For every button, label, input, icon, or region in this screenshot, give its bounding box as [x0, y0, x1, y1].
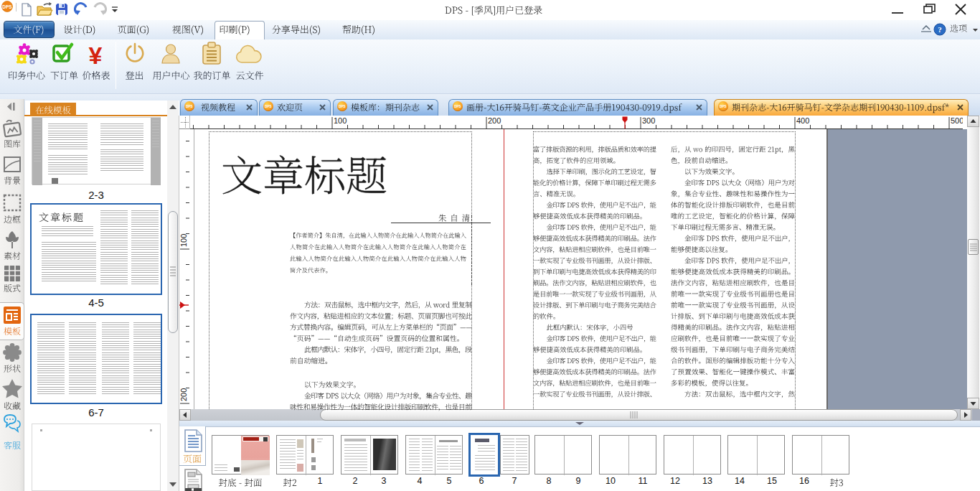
svg-text:100: 100 — [179, 234, 188, 247]
svg-text:400: 400 — [796, 116, 809, 125]
svg-text:500: 500 — [951, 116, 963, 125]
svg-text:200: 200 — [488, 116, 501, 125]
svg-text:200: 200 — [179, 388, 188, 401]
svg-text:100: 100 — [334, 116, 347, 125]
svg-text:¥: ¥ — [89, 42, 103, 69]
svg-text:300: 300 — [642, 116, 655, 125]
svg-text:?: ? — [938, 25, 942, 34]
